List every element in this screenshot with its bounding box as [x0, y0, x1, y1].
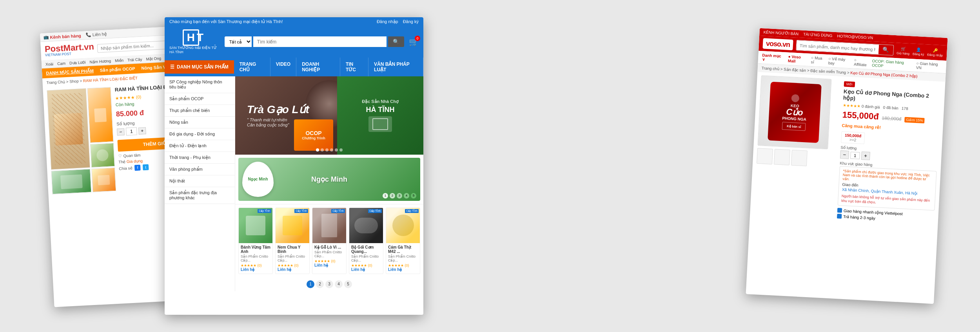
voso-product-can: KEO Củo PHONG NGA Kệ bán sỉ — [768, 82, 822, 143]
voso-seller-link[interactable]: KÊNH NGƯỜI BÁN — [763, 30, 799, 36]
voso-qty-decrease[interactable]: − — [840, 150, 849, 159]
ht-product-img-5: Cấp Tỉnh — [386, 208, 420, 243]
voso-seller-note: Người bán không hỗ trợ tư vấn giao sản p… — [841, 194, 932, 208]
ht-page-3[interactable]: 3 — [325, 280, 333, 288]
pm-share-twitter[interactable]: t — [143, 164, 149, 170]
voso-register-icon: 👤 — [916, 47, 921, 52]
ht-search-input[interactable] — [253, 36, 387, 47]
ht-product-nem[interactable]: Cấp Tỉnh Nem Chua Y Binh Sản Phẩm Cnitto… — [275, 208, 310, 274]
pm-main-image — [47, 88, 90, 170]
ht-page-4[interactable]: 4 — [335, 280, 343, 288]
ht-nav-news[interactable]: TIN TỨC — [340, 58, 368, 76]
ht-product-body-2: Nem Chua Y Binh Sản Phẩm Cnitto Cấp... ★… — [276, 243, 309, 274]
ht-dot-6[interactable] — [339, 148, 343, 152]
voso-shipping-box: *Sản phẩm chỉ được giao trong khu vực: H… — [838, 166, 937, 211]
ht-announce-bar: Chào mừng bạn đến với Sàn Thương mại điệ… — [165, 17, 423, 26]
ht-login-link[interactable]: Đăng nhập — [377, 19, 398, 24]
ht-dot-5[interactable] — [335, 148, 338, 152]
ht-nav-enterprise[interactable]: DOANH NGHIỆP — [296, 58, 340, 76]
ht-product-goi[interactable]: Cấp Tỉnh Bộ Gối Cơm Quang... Sản Phẩm Cn… — [349, 208, 383, 274]
ht-page-1[interactable]: 1 — [307, 280, 314, 288]
voso-app-link[interactable]: TÀI ỨNG DỤNG — [803, 32, 833, 38]
ht-nav-legal[interactable]: VĂN BẢN PHÁP LUẬT — [368, 58, 423, 76]
ht-product-img-1: Cấp Tỉnh — [239, 208, 272, 243]
ht-product-cam[interactable]: Cấp Tỉnh Cám Gà Thịt M42 ... Sản Phẩm Cn… — [386, 208, 420, 274]
pm-side-image-2 — [90, 143, 115, 168]
voso-price-old: 180,000đ — [882, 115, 902, 122]
voso-search-button[interactable]: 🔍 — [878, 45, 893, 55]
ht-page-5[interactable]: 5 — [344, 280, 352, 288]
pm-product-images — [47, 87, 116, 194]
voso-cart-icon-header[interactable]: 🛒 Giỏ hàng — [897, 46, 910, 56]
ht-products-grid: Cấp Tỉnh Bánh Vừng Tâm Anh Sản Phẩm Cnit… — [235, 204, 423, 277]
ht-nav: ☰ DANH MỤC SẢN PHẨM TRANG CHỦ VIDEO DOAN… — [165, 58, 423, 76]
voso-vn-store-option[interactable]: ○ Gian hàng VN — [916, 61, 942, 71]
ht-register-link[interactable]: Đăng ký — [403, 19, 419, 24]
voso-login-icon: 🔑 — [933, 48, 938, 53]
ht-nav-video[interactable]: VIDEO — [270, 58, 296, 76]
ht-dot-1[interactable] — [316, 148, 319, 152]
voso-qty-increase[interactable]: + — [861, 152, 870, 160]
ht-sidebar-processed-food[interactable]: Thực phẩm chế biến — [165, 105, 235, 117]
ht-logo-text: SÀN THƯƠNG MẠI ĐIỆN TỬHÀ TĨNH — [169, 46, 217, 54]
pm-contact-link[interactable]: 📞 Liên hệ — [85, 32, 107, 38]
ht-product-banh[interactable]: Cấp Tỉnh Bánh Vừng Tâm Anh Sản Phẩm Cnit… — [238, 208, 273, 274]
ht-sidebar-fashion[interactable]: Thời trang - Phụ kiện — [165, 152, 235, 164]
ht-pagination: 1 2 3 4 5 — [235, 277, 423, 291]
voso-qty-value: 1 — [850, 152, 860, 159]
ht-sidebar-agriculture[interactable]: Nông sản — [165, 117, 235, 128]
voso-product-images: KEO Củo PHONG NGA Kệ bán sỉ — [754, 75, 839, 219]
ht-content: SP Công nghiệp Nông thôn tiêu biểu Sản p… — [165, 76, 423, 291]
ht-sidebar-industrial[interactable]: SP Công nghiệp Nông thôn tiêu biểu — [165, 76, 235, 93]
voso-discount-badge: Giảm 15% — [904, 117, 925, 124]
pm-tag-link[interactable]: Gia dụng — [127, 159, 143, 164]
ht-sidebar-stationery[interactable]: Văn phòng phẩm — [165, 164, 235, 175]
voso-main-product-image: KEO Củo PHONG NGA Kệ bán sỉ — [757, 75, 831, 149]
voso-register-link[interactable]: 👤 Đăng ký — [913, 47, 924, 56]
pm-share-facebook[interactable]: f — [134, 164, 141, 171]
voso-mall-option[interactable]: ● Voso Mall — [788, 54, 808, 64]
pm-side-image-3 — [91, 168, 116, 192]
ht-sidebar-household[interactable]: Đồ gia dụng - Đời sống — [165, 128, 235, 140]
ht-page-2[interactable]: 2 — [316, 280, 324, 288]
ht-dot-3[interactable] — [325, 148, 328, 152]
ht-product-ke[interactable]: Cấp Tỉnh Kệ Gỗ Lò Vi ... Sản Phẩm Cnitto… — [312, 208, 347, 274]
pm-channel-link[interactable]: 📺 Kênh bán hàng — [43, 33, 81, 40]
voso-cart-glyph: 🛒 — [901, 46, 906, 51]
ht-search-category-select[interactable]: Tất cả — [225, 36, 252, 47]
ht-nav-items: TRANG CHỦ VIDEO DOANH NGHIỆP TIN TỨC VĂN… — [234, 58, 423, 76]
voso-search-input[interactable] — [796, 40, 879, 54]
voso-support-link[interactable]: HOTRO@VOSO.VN — [837, 34, 873, 40]
voso-ocop-store-option[interactable]: OCOP: Gian hàng OCOP — [872, 59, 913, 69]
voso-affiliate-option[interactable]: ○ Về máy bay — [828, 56, 851, 66]
pm-qty-value: 1 — [126, 127, 137, 135]
ht-dot-2[interactable] — [321, 148, 324, 152]
voso-ocop-option[interactable]: ○ Affiliate — [854, 58, 869, 67]
ht-banner-ocop: OCOP Chương Trình — [294, 119, 333, 151]
ht-product-body-4: Bộ Gối Cơm Quang... Sản Phẩm Cnitto Cấp.… — [349, 243, 383, 274]
ht-category-icon: ☰ — [170, 64, 174, 70]
ht-search-button[interactable]: 🔍 — [388, 36, 404, 47]
ht-nav-home[interactable]: TRANG CHỦ — [234, 58, 270, 76]
ht-product-img-2: Cấp Tỉnh — [276, 208, 309, 243]
voso-logo: voso.vn — [766, 40, 790, 49]
ht-sidebar-ocop[interactable]: Sản phẩm OCOP — [165, 93, 235, 105]
ht-dot-4[interactable] — [330, 148, 333, 152]
pm-qty-decrease[interactable]: − — [117, 128, 125, 135]
ht-sidebar-furniture[interactable]: Nội thất — [165, 175, 235, 187]
ht-sidebar-local[interactable]: Sản phẩm đặc trưng địa phương khác — [165, 187, 235, 204]
voso-login-link[interactable]: 🔑 Đăng nhập — [927, 48, 943, 57]
ht-nav-category[interactable]: ☰ DANH MỤC SẢN PHẨM — [165, 60, 234, 74]
voso-product-title: Kẹo Củ dơ Phong Nga (Combo 2 hộp) — [843, 88, 941, 106]
voso-wholesale-option[interactable]: ○ Mua sỉ — [811, 56, 825, 65]
pm-logo: PostMart.vn VIETNAM POST — [45, 42, 94, 57]
voso-ship-to-label: Giao đến — [842, 182, 858, 187]
ht-header: H T SÀN THƯƠNG MẠI ĐIỆN TỬHÀ TĨNH Tất cả… — [165, 26, 423, 58]
voso-header-icons: 🛒 Giỏ hàng 👤 Đăng ký 🔑 Đăng nhập — [897, 46, 943, 57]
ht-search-area: Tất cả 🔍 — [225, 36, 404, 47]
ht-cart[interactable]: 🛒 0 — [409, 37, 419, 47]
pm-qty-increase[interactable]: + — [138, 127, 146, 135]
voso-nav-category[interactable]: Danh mục ∨ — [762, 53, 784, 63]
ht-sidebar-electronics[interactable]: Điện tử - Điện lạnh — [165, 140, 235, 152]
ht-product-img-4: Cấp Tỉnh — [349, 208, 383, 243]
